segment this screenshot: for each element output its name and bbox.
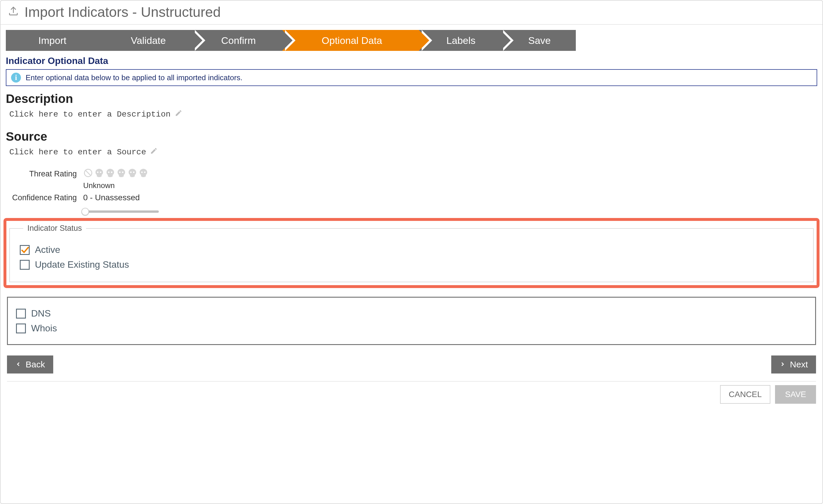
skull-icon — [127, 168, 137, 180]
back-button[interactable]: Back — [7, 355, 53, 373]
ratings-block: Threat Rating Unknown Confidence Rating … — [1, 166, 822, 214]
description-input[interactable]: Click here to enter a Description — [1, 107, 822, 128]
threat-rating-label: Threat Rating — [7, 170, 77, 179]
dns-checkbox-label: DNS — [31, 308, 51, 319]
indicator-status-highlight: Indicator Status Active Update Existing … — [3, 218, 820, 288]
info-icon: i — [11, 73, 21, 82]
wizard-steps: Import Validate Confirm Optional Data La… — [1, 25, 822, 54]
step-import[interactable]: Import — [6, 30, 102, 51]
dialog-footer: CANCEL SAVE — [7, 381, 816, 404]
enrichment-options-box: DNS Whois — [7, 297, 816, 345]
skull-icon — [138, 168, 148, 180]
import-indicators-dialog: Import Indicators - Unstructured Import … — [0, 0, 823, 504]
threat-rating-value: Unknown — [83, 181, 816, 190]
indicator-status-fieldset: Indicator Status Active Update Existing … — [9, 224, 814, 282]
checkbox-icon — [20, 245, 30, 255]
chevron-left-icon — [15, 359, 21, 369]
slider-thumb-icon — [81, 208, 89, 215]
dns-checkbox[interactable]: DNS — [16, 308, 807, 319]
checkbox-icon — [16, 309, 26, 318]
pencil-icon — [175, 109, 182, 119]
source-placeholder: Click here to enter a Source — [9, 148, 146, 157]
indicator-status-legend: Indicator Status — [23, 224, 86, 233]
skull-icon — [116, 168, 126, 180]
step-optional-data[interactable]: Optional Data — [282, 30, 419, 51]
description-heading: Description — [1, 90, 822, 107]
svg-line-1 — [86, 171, 91, 176]
description-placeholder: Click here to enter a Description — [9, 110, 171, 119]
upload-icon — [8, 5, 19, 19]
page-title: Import Indicators - Unstructured — [24, 4, 221, 20]
save-button[interactable]: SAVE — [775, 385, 816, 404]
chevron-right-icon — [779, 359, 786, 369]
confidence-slider[interactable] — [83, 204, 159, 213]
cancel-button[interactable]: CANCEL — [720, 385, 771, 404]
confidence-rating-value: 0 - Unassessed — [83, 193, 140, 202]
info-banner: i Enter optional data below to be applie… — [6, 69, 817, 86]
ban-icon — [83, 168, 93, 180]
checkbox-icon — [16, 323, 26, 333]
threat-rating-control[interactable] — [83, 168, 148, 180]
next-button[interactable]: Next — [771, 355, 816, 373]
skull-icon — [105, 168, 115, 180]
step-validate[interactable]: Validate — [102, 30, 192, 51]
step-confirm[interactable]: Confirm — [192, 30, 282, 51]
section-heading: Indicator Optional Data — [1, 54, 822, 69]
active-checkbox-label: Active — [35, 244, 60, 255]
skull-icon — [94, 168, 104, 180]
source-heading: Source — [1, 128, 822, 145]
active-checkbox[interactable]: Active — [20, 244, 803, 255]
pencil-icon — [150, 147, 158, 157]
confidence-rating-label: Confidence Rating — [7, 193, 77, 202]
update-existing-status-label: Update Existing Status — [35, 259, 129, 270]
checkbox-icon — [20, 260, 30, 270]
whois-checkbox-label: Whois — [31, 323, 57, 334]
source-input[interactable]: Click here to enter a Source — [1, 145, 822, 166]
whois-checkbox[interactable]: Whois — [16, 323, 807, 334]
update-existing-status-checkbox[interactable]: Update Existing Status — [20, 259, 803, 270]
dialog-header: Import Indicators - Unstructured — [1, 1, 822, 25]
info-text: Enter optional data below to be applied … — [26, 73, 242, 82]
